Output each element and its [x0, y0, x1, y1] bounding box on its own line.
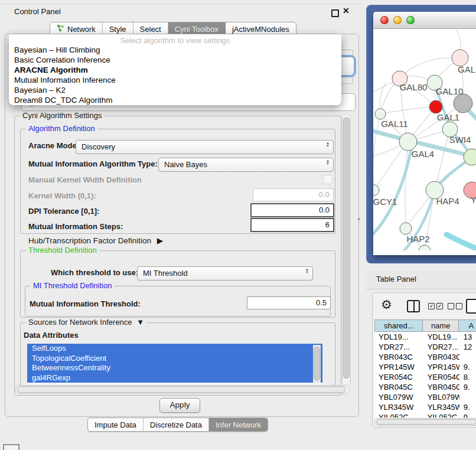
table-horizontal-scrollbar[interactable]: [374, 418, 476, 426]
net-node-label-gal4: GAL4: [412, 149, 434, 159]
manual-kernel-checkbox[interactable]: [323, 175, 332, 184]
control-panel-titlebar: Control Panel ✕: [0, 4, 361, 19]
tab-label: Network: [67, 25, 96, 34]
table-row[interactable]: YDL19...YDL19...13: [374, 332, 476, 342]
net-edge[interactable]: [405, 142, 408, 229]
data-attributes-list[interactable]: SelfLoopsTopologicalCoefficientBetweenne…: [27, 344, 322, 384]
popup-item-bayesian-hill-climbing[interactable]: Bayesian – Hill Climbing: [9, 45, 341, 56]
table-panel-titlebar: Table Panel: [366, 269, 476, 289]
attr-item-selfloops[interactable]: SelfLoops: [27, 344, 322, 354]
net-node[interactable]: [375, 109, 386, 119]
attributes-scroll-thumb[interactable]: [314, 347, 320, 380]
column-header-a[interactable]: A: [459, 320, 476, 331]
kernel-width-field[interactable]: 0.0: [253, 188, 334, 201]
mi-threshold-field[interactable]: 0.5: [247, 296, 331, 309]
panel-splitter-handle[interactable]: ◂: [357, 216, 360, 221]
aracne-mode-combobox[interactable]: Discovery ▲▼: [76, 140, 334, 154]
net-edge[interactable]: [380, 107, 436, 114]
popup-hint: Select algorithm to view settings: [9, 34, 341, 45]
tab-label: jActiveMNodules: [232, 25, 289, 34]
columns-icon[interactable]: [407, 300, 420, 312]
settings-horizontal-scrollbar[interactable]: [15, 385, 350, 394]
popup-item-bayesian-k2[interactable]: Bayesian – K2: [9, 86, 341, 96]
table-row[interactable]: YPR145WYPR145W9.: [374, 362, 476, 372]
settings-hscroll-thumb[interactable]: [17, 386, 345, 393]
table-cell: YPR145W: [374, 362, 423, 372]
column-header-shared[interactable]: shared...: [375, 320, 423, 331]
table-cell: 9.: [459, 362, 476, 372]
net-edge[interactable]: [373, 114, 380, 190]
tab-discretize-data[interactable]: Discretize Data: [144, 418, 209, 431]
table-cell: YDL19...: [374, 332, 423, 342]
table-row[interactable]: YDR27...YDR27...12: [374, 342, 476, 352]
table-row[interactable]: YBL079WYBL079W: [374, 392, 476, 402]
attr-item-topologicalcoefficient[interactable]: TopologicalCoefficient: [27, 354, 322, 364]
expand-arrow-icon[interactable]: ▶: [157, 236, 163, 245]
network-window-titlebar[interactable]: [373, 12, 476, 29]
sources-group-title[interactable]: Sources for Network Inference ▼: [26, 318, 146, 327]
table-row[interactable]: YBR043CYBR043C: [374, 352, 476, 362]
table-cell: YBR045C: [423, 382, 459, 392]
column-header-name[interactable]: name: [423, 320, 458, 331]
settings-vertical-scrollbar[interactable]: [342, 116, 351, 384]
table-function-icon[interactable]: [466, 299, 476, 314]
mi-steps-field[interactable]: 6: [250, 218, 334, 232]
close-traffic-light-icon[interactable]: [380, 16, 389, 24]
threshold-definition-title: Threshold Definition: [26, 246, 99, 255]
net-node[interactable]: [399, 133, 417, 151]
net-edge[interactable]: [446, 234, 476, 250]
manual-kernel-label: Manual Kernel Width Definition: [28, 175, 142, 184]
sources-title-text: Sources for Network Inference: [28, 318, 132, 327]
network-canvas[interactable]: GALGAL80GAL10GAL1SWI4GAL11GAL4GCY1HAP4YH…: [373, 28, 476, 250]
table-toolbar: ⚙ ✓✓: [373, 293, 476, 319]
attr-item-betweennesscentrality[interactable]: BetweennessCentrality: [27, 363, 322, 373]
collapse-arrow-icon[interactable]: ▼: [136, 318, 144, 327]
table-cell: YDR27...: [374, 342, 423, 352]
close-panel-icon[interactable]: ✕: [343, 6, 350, 15]
popup-item-aracne-algorithm[interactable]: ARACNE Algorithm: [9, 66, 341, 76]
tab-infer-network[interactable]: Infer Network: [209, 418, 268, 431]
table-row[interactable]: YER054CYER054C8.: [374, 372, 476, 382]
minimized-panel-box[interactable]: [3, 444, 19, 450]
stepper-arrows-icon: ▲▼: [326, 142, 330, 148]
popup-item-basic-correlation-inference[interactable]: Basic Correlation Inference: [9, 56, 341, 66]
popup-item-dream8-dc-tdc-algorithm[interactable]: Dream8 DC_TDC Algorithm: [9, 96, 341, 105]
mi-type-label: Mutual Information Algorithm Type:: [28, 159, 158, 168]
popup-item-mutual-information-inference[interactable]: Mutual Information Inference: [9, 76, 341, 86]
hub-definition-label[interactable]: Hub/Transcription Factor Definition ▶: [28, 236, 163, 245]
table-row[interactable]: YIL052CYIL052C9: [374, 412, 476, 418]
network-icon: [57, 24, 64, 34]
float-window-icon[interactable]: [331, 9, 339, 17]
table-hscroll-thumb[interactable]: [376, 419, 476, 425]
table-row[interactable]: YBR045CYBR045C9.: [374, 382, 476, 392]
minimize-traffic-light-icon[interactable]: [393, 16, 402, 24]
table-row[interactable]: YLR345WYLR345W9.: [374, 402, 476, 412]
net-node-label-gal: GAL: [458, 64, 475, 74]
dpi-tolerance-field[interactable]: 0.0: [250, 203, 334, 217]
mi-type-combobox[interactable]: Naive Bayes ▲▼: [158, 158, 334, 172]
gear-icon[interactable]: ⚙: [381, 298, 392, 312]
which-threshold-combobox[interactable]: MI Threshold ▲▼: [137, 266, 313, 281]
settings-vscroll-thumb[interactable]: [343, 118, 350, 379]
net-node-label-gcy1: GCY1: [373, 197, 397, 207]
zoom-traffic-light-icon[interactable]: [406, 16, 415, 24]
net-node[interactable]: [454, 94, 472, 113]
net-node[interactable]: [452, 50, 468, 66]
net-node[interactable]: [429, 100, 442, 113]
tab-label: Select: [140, 25, 161, 34]
network-graph[interactable]: GALGAL80GAL10GAL1SWI4GAL11GAL4GCY1HAP4YH…: [373, 28, 476, 250]
net-node-label-hap2: HAP2: [406, 234, 429, 244]
tab-impute-data[interactable]: Impute Data: [88, 418, 144, 431]
table-cell: YBR043C: [423, 352, 459, 362]
deselect-all-icon[interactable]: [448, 303, 462, 309]
table-cell: YLR345W: [423, 402, 459, 412]
net-node[interactable]: [400, 223, 412, 234]
attributes-list-scrollbar[interactable]: [313, 345, 321, 383]
select-all-icon[interactable]: ✓✓: [428, 303, 443, 309]
apply-button[interactable]: Apply: [159, 398, 200, 413]
bottom-tabbar: Impute DataDiscretize DataInfer Network: [87, 418, 268, 432]
attr-item-gal4rgexp[interactable]: gal4RGexp: [27, 373, 322, 383]
dpi-tolerance-label: DPI Tolerance [0,1]:: [28, 207, 99, 216]
algorithm-definition-title: Algorithm Definition: [26, 124, 97, 133]
net-node[interactable]: [373, 185, 379, 195]
